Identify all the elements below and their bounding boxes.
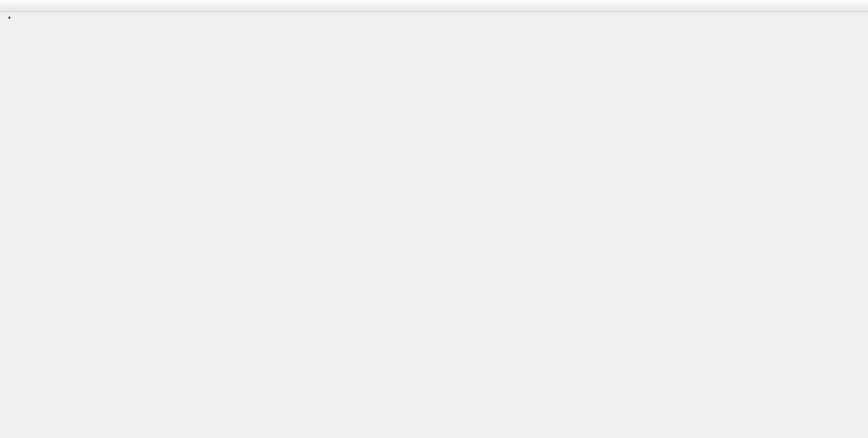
toolbar [0, 0, 868, 12]
price-chart [4, 11, 868, 438]
mt4-terminal: ▼ [0, 0, 868, 438]
chart-title: ▼ [7, 14, 18, 21]
chart-dropdown-icon[interactable]: ▼ [7, 16, 11, 20]
